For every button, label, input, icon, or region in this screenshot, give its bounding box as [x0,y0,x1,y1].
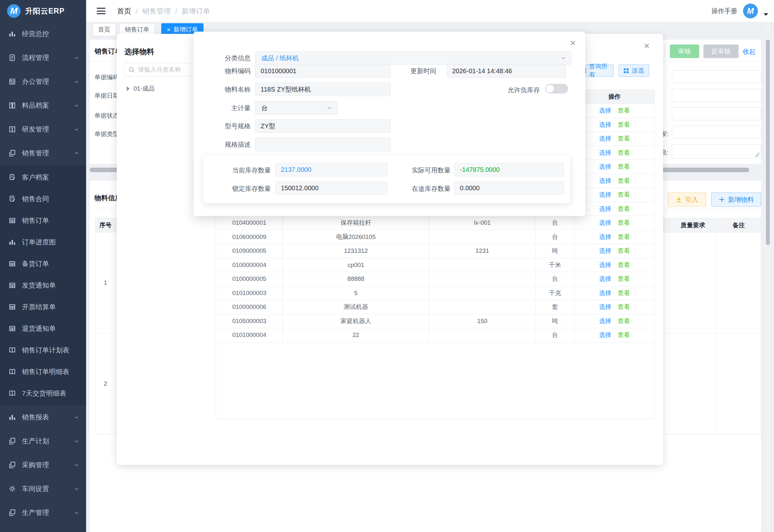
sidebar-item-production-plan[interactable]: 生产计划 [0,429,86,453]
sidebar-item-sales-order[interactable]: 销售订单 [0,210,86,231]
locked-stock-value[interactable]: 150012.0000 [275,181,387,195]
view-link[interactable]: 查看 [618,134,630,143]
select-link[interactable]: 选择 [599,289,611,297]
select-link[interactable]: 选择 [599,247,611,255]
close-icon[interactable]: × [167,26,171,33]
sidebar-item-sales-contract[interactable]: 销售合同 [0,188,86,210]
caret-right-icon[interactable] [127,86,130,91]
table-row: 010000000588888台选择查看 [216,272,654,286]
collapse-link[interactable]: 收起 [743,47,756,56]
tab-home[interactable]: 首页 [93,23,116,36]
sidebar-item-label: 退货通知单 [22,324,80,333]
main-unit-select[interactable]: 台 [255,101,337,115]
sidebar-item-stocking-order[interactable]: 备货订单 [0,253,86,274]
order-form-input[interactable] [672,70,761,83]
allow-negative-stock-toggle[interactable] [545,84,568,94]
close-icon[interactable]: × [644,41,650,51]
order-form-input[interactable] [672,107,761,120]
view-link[interactable]: 查看 [618,275,630,283]
available-stock-value[interactable]: -147875.0000 [454,163,564,176]
sidebar-item-shipping-notice[interactable]: 发货通知单 [0,274,86,296]
view-link[interactable]: 查看 [618,219,630,227]
view-link[interactable]: 查看 [618,191,630,199]
select-link[interactable]: 选择 [599,275,611,283]
select-link[interactable]: 选择 [599,219,611,227]
select-link[interactable]: 选择 [599,191,611,199]
order-form-textarea[interactable] [672,144,761,159]
sidebar-item-sales-order-detail[interactable]: 销售订单明细表 [0,361,86,382]
order-form-input[interactable] [672,89,761,102]
view-link[interactable]: 查看 [618,163,630,171]
select-link[interactable]: 选择 [599,331,611,339]
select-link[interactable]: 选择 [599,233,611,241]
select-link[interactable]: 选择 [599,303,611,311]
actions-cell: 选择查看 [575,244,654,258]
select-link[interactable]: 选择 [599,134,611,143]
view-link[interactable]: 查看 [618,317,630,325]
unit-cell: 吨 [536,244,575,258]
view-link[interactable]: 查看 [618,261,630,269]
select-link[interactable]: 选择 [599,317,611,325]
sidebar-item-rd-mgmt[interactable]: 研发管理 [0,117,86,141]
select-link[interactable]: 选择 [599,261,611,269]
material-name-input[interactable] [255,83,391,96]
menu-collapse-icon[interactable] [97,8,105,14]
tree-item-finished-goods[interactable]: 01-成品 [127,84,154,93]
avatar[interactable]: M [743,4,758,18]
select-link[interactable]: 选择 [599,121,611,129]
sidebar-item-sales-order-plan[interactable]: 销售订单计划表 [0,339,86,361]
view-link[interactable]: 查看 [618,205,630,213]
sidebar-item-order-progress[interactable]: 订单进度图 [0,231,86,253]
view-link[interactable]: 查看 [618,233,630,241]
view-link[interactable]: 查看 [618,149,630,157]
breadcrumb-item[interactable]: 新增订单 [182,6,210,16]
approve-button[interactable]: 审核 [670,44,699,58]
sidebar-item-customer-archive[interactable]: 客户档案 [0,166,86,188]
view-link[interactable]: 查看 [618,289,630,297]
view-link[interactable]: 查看 [618,331,630,339]
sidebar-item-purchase-mgmt[interactable]: 采购管理 [0,453,86,477]
vertical-scrollbar-track[interactable] [766,22,770,532]
breadcrumb-item[interactable]: 首页 [117,6,131,16]
sidebar-item-sales-report[interactable]: 销售报表 [0,405,86,429]
category-select[interactable]: 成品 / 纸杯机 [255,51,571,65]
unapprove-button[interactable]: 反审核 [703,44,739,58]
updated-time-input[interactable] [447,64,566,78]
vertical-scrollbar-thumb[interactable] [766,40,770,245]
manual-link[interactable]: 操作手册 [711,7,737,15]
breadcrumb-item[interactable]: 销售管理 [142,6,171,16]
current-stock-value[interactable]: 2137.0000 [275,163,387,176]
view-link[interactable]: 查看 [618,121,630,129]
select-link[interactable]: 选择 [599,106,611,115]
select-link[interactable]: 选择 [599,205,611,213]
close-icon[interactable]: × [570,38,576,48]
spec-desc-input[interactable] [255,138,391,151]
transit-stock-value[interactable]: 0.0000 [454,181,564,195]
view-link[interactable]: 查看 [618,177,630,185]
select-link[interactable]: 选择 [599,149,611,157]
view-link[interactable]: 查看 [618,303,630,311]
sidebar-item-sales-mgmt[interactable]: 销售管理 [0,141,86,165]
view-link[interactable]: 查看 [618,247,630,255]
chevron-down-icon[interactable] [764,13,768,16]
add-material-button[interactable]: 新增物料 [711,192,761,207]
model-spec-input[interactable] [255,119,391,133]
sidebar-item-workshop-settings[interactable]: 车间设置 [0,477,86,501]
sidebar-item-delivery-7days[interactable]: 7天交货明细表 [0,382,86,404]
sidebar-item-process-mgmt[interactable]: 流程管理 [0,46,86,70]
select-link[interactable]: 选择 [599,163,611,171]
sidebar-item-processing-workshop[interactable]: 加工车间 [0,525,86,532]
sidebar-item-return-notice[interactable]: 退货通知单 [0,318,86,339]
order-form-input[interactable] [672,126,761,139]
multi-select-button[interactable]: 连选 [619,64,649,77]
material-code-input[interactable] [255,64,391,78]
sidebar-item-material-archive[interactable]: 料品档案 [0,94,86,117]
sidebar-item-dashboard[interactable]: 经营总控 [0,22,86,46]
query-all-button[interactable]: 查询所有 [581,64,614,77]
select-link[interactable]: 选择 [599,177,611,185]
sidebar-item-office-mgmt[interactable]: 办公管理 [0,70,86,94]
view-link[interactable]: 查看 [618,106,630,115]
sidebar-item-invoice-settlement[interactable]: 开票结算单 [0,296,86,318]
import-button[interactable]: 引入 [668,192,706,207]
sidebar-item-production-mgmt[interactable]: 生产管理 [0,501,86,525]
